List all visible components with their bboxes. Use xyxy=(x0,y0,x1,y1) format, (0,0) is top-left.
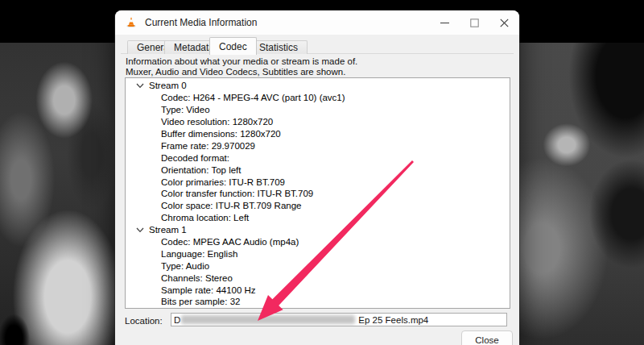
tree-item[interactable]: Color primaries: ITU-R BT.709 xyxy=(126,176,510,188)
tree-item[interactable]: Decoded format: xyxy=(126,152,510,164)
minimize-icon xyxy=(440,19,449,27)
tree-stream1-label: Stream 1 xyxy=(149,225,187,235)
maximize-button[interactable] xyxy=(460,10,489,35)
tree-item[interactable]: Bits per sample: 32 xyxy=(126,296,510,308)
tree-item[interactable]: Chroma location: Left xyxy=(126,212,510,224)
location-path-prefix: D xyxy=(174,315,180,325)
dialog-titlebar[interactable]: Current Media Information xyxy=(115,10,519,35)
tree-stream1-row[interactable]: Stream 1 xyxy=(126,224,510,236)
tab-statistics[interactable]: Statistics xyxy=(250,40,308,54)
codec-tree[interactable]: Stream 0 Codec: H264 - MPEG-4 AVC (part … xyxy=(125,77,510,309)
tree-item[interactable]: Buffer dimensions: 1280x720 xyxy=(126,128,510,140)
vlc-cone-icon xyxy=(125,16,138,29)
codec-info-description: Information about what your media or str… xyxy=(126,56,357,77)
tree-item[interactable]: Codec: H264 - MPEG-4 AVC (part 10) (avc1… xyxy=(126,92,510,104)
close-icon xyxy=(500,19,509,27)
location-filename: Ep 25 Feels.mp4 xyxy=(358,315,428,325)
tree-item[interactable]: Video resolution: 1280x720 xyxy=(126,116,510,128)
location-redacted-blur xyxy=(181,315,355,324)
info-line-2: Muxer, Audio and Video Codecs, Subtitles… xyxy=(126,67,357,77)
chevron-down-icon[interactable] xyxy=(136,227,144,233)
video-frame-left xyxy=(0,0,117,345)
tree-item[interactable]: Type: Video xyxy=(126,104,510,116)
tree-item[interactable]: Orientation: Top left xyxy=(126,164,510,176)
info-line-1: Information about what your media or str… xyxy=(126,56,357,67)
tree-item[interactable]: Color space: ITU-R BT.709 Range xyxy=(126,200,510,212)
tree-item[interactable]: Type: Audio xyxy=(126,260,510,272)
location-label: Location: xyxy=(125,316,163,326)
minimize-button[interactable] xyxy=(430,10,460,35)
tree-item[interactable]: Channels: Stereo xyxy=(126,272,510,284)
tab-bar: General Metadata Codec Statistics xyxy=(123,39,511,54)
maximize-icon xyxy=(470,19,479,27)
media-information-dialog: Current Media Information General Metada… xyxy=(115,10,519,345)
close-window-button[interactable] xyxy=(489,10,519,35)
chevron-down-icon[interactable] xyxy=(136,83,144,89)
tree-item[interactable]: Language: English xyxy=(126,247,510,260)
video-frame-right xyxy=(519,0,644,345)
tree-item[interactable]: Frame rate: 29.970029 xyxy=(126,139,510,152)
close-button[interactable]: Close xyxy=(461,330,513,345)
tree-item[interactable]: Codec: MPEG AAC Audio (mp4a) xyxy=(126,236,510,248)
tree-item[interactable]: Color transfer function: ITU-R BT.709 xyxy=(126,188,510,200)
dialog-title: Current Media Information xyxy=(145,17,257,28)
location-field[interactable]: D Ep 25 Feels.mp4 xyxy=(171,313,507,326)
tree-stream0-row[interactable]: Stream 0 xyxy=(126,80,510,92)
tree-stream0-label: Stream 0 xyxy=(149,81,187,90)
tab-codec[interactable]: Codec xyxy=(209,37,257,55)
tree-item[interactable]: Sample rate: 44100 Hz xyxy=(126,284,510,296)
